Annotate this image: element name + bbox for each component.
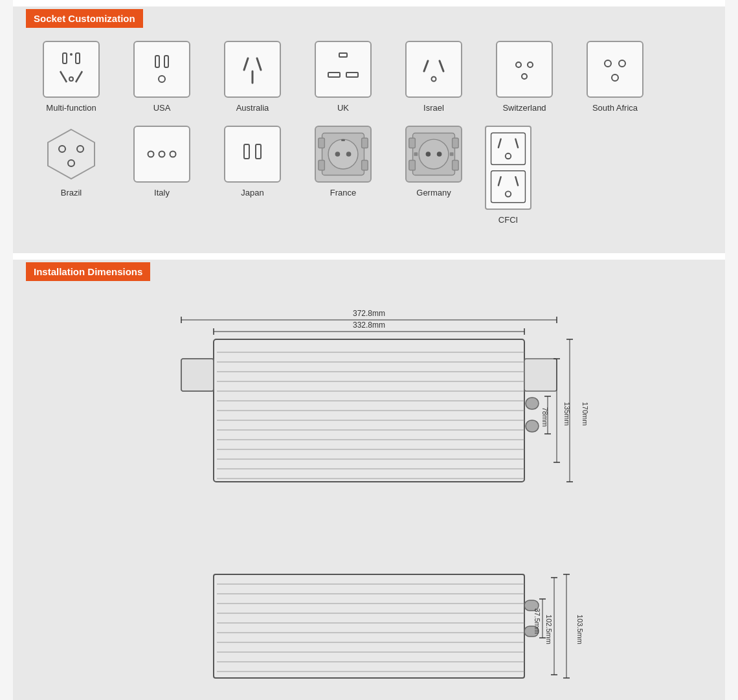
socket-icon-italy <box>133 126 190 183</box>
svg-rect-86 <box>526 398 539 409</box>
socket-item-uk: UK <box>298 41 388 113</box>
svg-rect-45 <box>409 161 416 170</box>
svg-rect-12 <box>339 53 347 57</box>
svg-rect-43 <box>409 138 416 148</box>
svg-rect-34 <box>319 138 325 148</box>
socket-label-france: France <box>330 188 356 198</box>
svg-line-15 <box>424 61 428 71</box>
svg-point-47 <box>419 139 449 169</box>
svg-text:37.5mm: 37.5mm <box>533 608 541 634</box>
socket-icon-france <box>315 126 372 183</box>
socket-item-israel: Israel <box>388 41 479 113</box>
socket-label-usa: USA <box>153 103 171 113</box>
svg-line-4 <box>76 71 82 82</box>
svg-point-39 <box>335 152 341 157</box>
svg-text:102.5mm: 102.5mm <box>545 615 553 644</box>
socket-item-usa: USA <box>117 41 207 113</box>
socket-icon-usa <box>133 41 190 98</box>
svg-rect-100 <box>214 574 524 678</box>
socket-item-multifunction: Multi-function <box>26 41 117 113</box>
socket-item-japan: Japan <box>207 126 298 198</box>
svg-point-2 <box>70 53 73 56</box>
socket-label-japan: Japan <box>241 188 263 198</box>
svg-point-5 <box>69 77 73 81</box>
svg-point-29 <box>159 152 165 157</box>
svg-rect-13 <box>328 73 340 77</box>
dimensions-section-bar: Installation Dimensions 372.8mm <box>13 260 725 700</box>
socket-item-cfci: CFCI <box>479 126 537 225</box>
svg-line-9 <box>244 58 248 70</box>
socket-icon-multifunction <box>43 41 100 98</box>
socket-icon-australia <box>224 41 281 98</box>
socket-icon-cfci <box>485 126 531 210</box>
svg-point-55 <box>506 153 511 159</box>
socket-item-brazil: Brazil <box>26 126 117 198</box>
socket-icon-germany <box>405 126 462 183</box>
socket-item-southafrica: South Africa <box>570 41 660 113</box>
svg-text:332.8mm: 332.8mm <box>353 321 385 330</box>
svg-point-28 <box>148 152 154 157</box>
socket-item-germany: Germany <box>388 126 479 198</box>
socket-icon-japan <box>224 126 281 183</box>
svg-point-26 <box>77 146 84 152</box>
socket-item-france: France <box>298 126 388 198</box>
svg-point-18 <box>516 62 521 67</box>
socket-label-multifunction: Multi-function <box>46 103 96 113</box>
svg-point-21 <box>605 60 611 67</box>
page-container: Socket Customization <box>13 0 725 700</box>
svg-text:103.5mm: 103.5mm <box>576 615 584 644</box>
socket-label-australia: Australia <box>236 103 269 113</box>
svg-text:135mm: 135mm <box>563 402 571 426</box>
svg-rect-0 <box>63 53 67 63</box>
svg-rect-50 <box>414 152 418 156</box>
svg-text:170mm: 170mm <box>581 402 589 426</box>
svg-rect-37 <box>362 161 368 170</box>
svg-point-38 <box>328 139 358 169</box>
socket-label-germany: Germany <box>416 188 451 198</box>
socket-item-italy: Italy <box>117 126 207 198</box>
socket-label-italy: Italy <box>154 188 170 198</box>
svg-point-23 <box>612 74 618 81</box>
socket-section: Socket Customization <box>13 9 725 251</box>
svg-rect-71 <box>524 359 557 391</box>
svg-rect-7 <box>164 56 168 67</box>
svg-rect-14 <box>346 73 358 77</box>
socket-label-uk: UK <box>337 103 349 113</box>
svg-line-16 <box>440 61 443 71</box>
svg-rect-31 <box>244 144 249 159</box>
socket-item-switzerland: Switzerland <box>479 41 570 113</box>
socket-label-switzerland: Switzerland <box>502 103 546 113</box>
svg-rect-51 <box>450 152 454 156</box>
svg-point-20 <box>522 74 527 79</box>
svg-text:372.8mm: 372.8mm <box>353 309 385 318</box>
svg-line-3 <box>60 71 67 82</box>
svg-line-10 <box>257 58 261 70</box>
svg-rect-44 <box>453 138 459 148</box>
socket-icon-southafrica <box>587 41 643 98</box>
socket-label-cfci: CFCI <box>498 215 518 225</box>
svg-point-25 <box>59 146 65 152</box>
svg-line-54 <box>515 139 518 148</box>
dimensions-title: Installation Dimensions <box>34 266 142 277</box>
socket-item-australia: Australia <box>207 41 298 113</box>
svg-rect-87 <box>526 420 539 432</box>
socket-section-header: Socket Customization <box>26 9 143 28</box>
socket-label-southafrica: South Africa <box>592 103 638 113</box>
svg-rect-46 <box>453 161 459 170</box>
side-view-diagram: 103.5mm 102.5mm 37.5mm <box>142 548 596 700</box>
dimensions-section: Installation Dimensions 372.8mm <box>13 262 725 700</box>
svg-rect-35 <box>362 138 368 148</box>
svg-rect-36 <box>319 161 325 170</box>
svg-line-58 <box>515 177 518 185</box>
socket-icon-israel <box>405 41 462 98</box>
svg-rect-41 <box>341 139 345 141</box>
svg-point-27 <box>68 160 74 166</box>
svg-point-30 <box>170 152 176 157</box>
svg-point-19 <box>528 62 533 67</box>
socket-icon-uk <box>315 41 372 98</box>
svg-rect-6 <box>155 56 159 67</box>
svg-text:78mm: 78mm <box>541 407 549 427</box>
svg-line-57 <box>498 177 501 185</box>
svg-marker-24 <box>48 130 95 179</box>
socket-icon-switzerland <box>496 41 553 98</box>
